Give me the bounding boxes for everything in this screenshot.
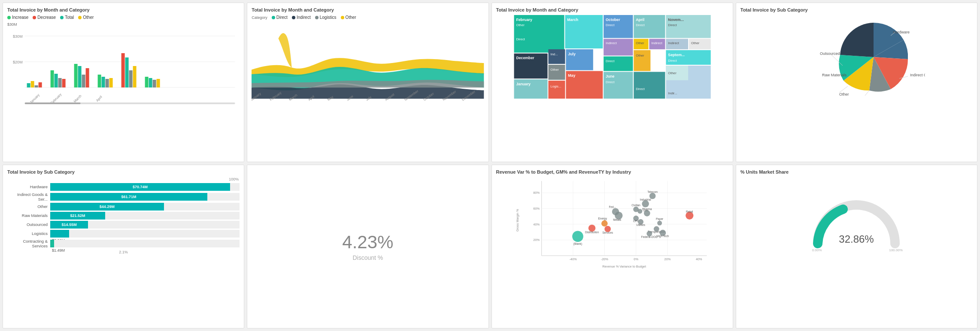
svg-rect-34 [25, 102, 81, 104]
svg-rect-9 [51, 70, 54, 87]
svg-text:Metals: Metals [613, 218, 621, 221]
svg-rect-5 [27, 83, 30, 87]
card7-title: Revenue Var % to Budget, GM% and Revenue… [496, 169, 728, 175]
svg-text:Direct: Direct [606, 80, 615, 84]
svg-rect-23 [129, 70, 133, 87]
hbar-row-hardware: Hardware $70.74M [7, 183, 240, 191]
svg-rect-27 [153, 80, 156, 87]
direct-dot [272, 16, 275, 19]
hbar-fill-hardware: $70.74M [50, 183, 230, 191]
stream-svg: January February March April May June Ju… [252, 22, 484, 104]
treemap-container: February Other Direct March October Dire… [496, 15, 728, 99]
legend-increase: Increase [7, 15, 28, 20]
svg-text:Other: Other [516, 23, 525, 27]
hbar-fill-other: $44.29M [50, 203, 164, 211]
svg-text:Utilities: Utilities [636, 223, 645, 226]
decrease-dot [33, 16, 36, 19]
gauge-area: 32.86% 0.00% 100.00% [740, 177, 973, 271]
hbar-value-other: $44.29M [100, 205, 115, 209]
svg-text:Indirect: Indirect [668, 41, 679, 45]
hbar-fill-indirect: $61.71M [50, 193, 207, 201]
svg-rect-21 [121, 53, 125, 87]
dashboard: Total Invoice by Month and Category Incr… [0, 0, 980, 331]
increase-dot [7, 16, 11, 19]
hbar-track-hardware: $70.74M [50, 183, 240, 191]
card5-title: Total Invoice by Sub Category [7, 169, 240, 175]
category-label: Category [252, 15, 267, 20]
legend-decrease: Decrease [33, 15, 56, 20]
hbar-label-hardware: Hardware [7, 184, 50, 189]
hbar-container: Hardware $70.74M Indirect Goods & Ser...… [7, 183, 240, 248]
hbar-track-other: $44.29M [50, 203, 240, 211]
hbar-fill-rawmat: $21.52M [50, 212, 105, 220]
hbar-track-outsourced: $14.55M [50, 221, 240, 229]
svg-text:Indirect: Indirect [606, 41, 617, 45]
svg-point-165 [657, 220, 662, 225]
card1-legend: Increase Decrease Total Other [7, 15, 240, 20]
svg-text:Industrial: Industrial [640, 198, 651, 201]
svg-rect-11 [58, 78, 62, 87]
svg-text:40%: 40% [695, 257, 702, 261]
svg-point-137 [572, 231, 583, 242]
svg-rect-97 [634, 72, 665, 99]
svg-text:Septem...: Septem... [668, 53, 685, 57]
card-pie-chart: Total Invoice by Sub Category Hardwa [736, 3, 977, 162]
svg-text:Direct: Direct [636, 87, 645, 91]
card8-title: % Units Market Share [740, 169, 973, 175]
svg-point-151 [637, 209, 642, 214]
svg-text:Other: Other [636, 54, 644, 57]
legend-other2: Other [341, 15, 356, 20]
svg-text:Other: Other [691, 41, 699, 45]
other2-dot [341, 16, 344, 19]
svg-text:Other: Other [839, 92, 849, 96]
svg-text:Civilian: Civilian [631, 203, 640, 206]
legend-indirect-label: Indirect [297, 15, 311, 20]
svg-text:$30M: $30M [13, 34, 23, 39]
card-stream-chart: Total Invoice by Month and Category Cate… [247, 3, 488, 162]
legend-total-label: Total [65, 15, 74, 20]
svg-text:100.00%: 100.00% [889, 248, 903, 252]
legend-other-label: Other [83, 15, 94, 20]
hbar-percent-label: 100% [7, 177, 240, 181]
card2-title: Total Invoice by Month and Category [252, 7, 484, 12]
svg-rect-12 [62, 79, 66, 87]
svg-point-143 [601, 220, 607, 226]
hbar-track-logistics: $7.36M [50, 230, 240, 238]
svg-text:Other: Other [668, 71, 677, 75]
hbar-track-rawmat: $21.52M [50, 212, 240, 220]
svg-text:60%: 60% [533, 207, 540, 211]
svg-text:March: March [567, 18, 578, 22]
legend-indirect: Indirect [292, 15, 311, 20]
svg-text:Direct: Direct [606, 23, 615, 27]
hbar-value-contracting: $1.49M [50, 248, 65, 253]
svg-text:July: July [568, 52, 576, 56]
hbar-row-rawmat: Raw Materials $21.52M [7, 212, 240, 220]
svg-text:Direct: Direct [636, 23, 645, 27]
legend-logistics: Logistics [315, 15, 337, 20]
hbar-value-rawmat: $21.52M [70, 214, 85, 218]
svg-text:Indirect Goods & Services: Indirect Goods & Services [910, 73, 925, 77]
svg-text:March: March [73, 94, 82, 103]
svg-rect-13 [74, 64, 78, 87]
svg-rect-28 [157, 79, 160, 87]
discount-container: 4.23% Discount % [342, 232, 393, 261]
svg-text:Direct: Direct [606, 59, 615, 63]
svg-rect-24 [133, 66, 137, 87]
hbar-track-contracting: $1.49M [50, 240, 240, 247]
hbar-fill-outsourced: $14.55M [50, 221, 88, 229]
card3-title: Total Invoice by Month and Category [496, 7, 728, 12]
svg-rect-19 [106, 79, 109, 87]
svg-text:Retail: Retail [686, 210, 693, 213]
card-gauge: % Units Market Share 32.86% 0.00% 100.00… [736, 165, 977, 329]
discount-label: Discount % [342, 254, 393, 261]
svg-text:-20%: -20% [601, 257, 608, 261]
legend-total: Total [60, 15, 74, 20]
hbar-label-outsourced: Outsourced [7, 222, 50, 227]
y-max-label: $30M [7, 22, 240, 27]
hbar-row-other: Other $44.29M [7, 203, 240, 211]
bar-chart-area: $30M $20M [7, 27, 240, 105]
svg-rect-6 [31, 81, 34, 87]
svg-text:Distribution: Distribution [585, 231, 598, 234]
svg-point-161 [649, 193, 655, 199]
legend-other2-label: Other [346, 15, 356, 20]
